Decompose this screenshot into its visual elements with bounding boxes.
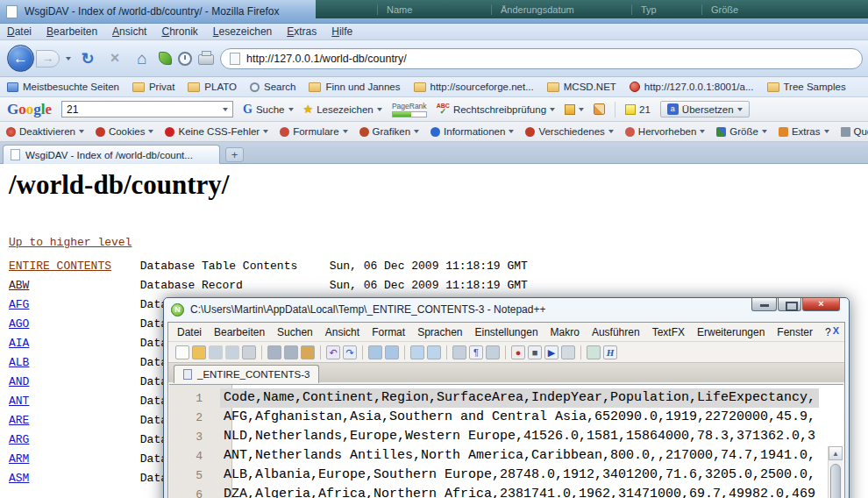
search-options-dropdown-icon[interactable]	[288, 108, 294, 111]
notepad-menu-item[interactable]: ?	[825, 326, 831, 338]
webdev-menu-button[interactable]: Verschiedenes	[525, 126, 613, 137]
undo-icon[interactable]: ↶	[326, 345, 340, 359]
translate-button[interactable]: a Übersetzen	[660, 101, 750, 117]
entry-link[interactable]: AFG	[9, 295, 133, 315]
bookmark-item[interactable]: Privat	[132, 82, 174, 92]
notepad-menu-item[interactable]: Format	[372, 326, 405, 338]
entry-link[interactable]: ANT	[9, 392, 133, 411]
separator[interactable]	[446, 345, 447, 359]
webdev-menu-button[interactable]: Größe	[716, 126, 767, 137]
print-icon[interactable]	[242, 345, 256, 359]
bookmarks-dropdown-icon[interactable]	[377, 108, 382, 111]
stop-record-icon[interactable]: ■	[528, 345, 542, 359]
indent-guide-icon[interactable]	[486, 345, 500, 359]
webdev-dropdown-icon[interactable]	[824, 130, 829, 133]
entry-link[interactable]: ENTIRE CONTENTS	[9, 257, 133, 276]
entry-link[interactable]: ASM	[9, 469, 133, 488]
notepad-menu-item[interactable]: Sprachen	[417, 326, 462, 338]
google-search-input[interactable]: 21	[61, 101, 233, 117]
webdev-dropdown-icon[interactable]	[79, 130, 84, 133]
webdev-menu-button[interactable]: Quelltext	[841, 126, 868, 137]
menu-item[interactable]: Ansicht	[112, 25, 146, 38]
new-tab-button[interactable]: +	[225, 147, 244, 162]
separator[interactable]	[362, 345, 363, 359]
notepad-menu-item[interactable]: Fenster	[777, 326, 813, 338]
notepad-menu-item[interactable]: Ansicht	[325, 326, 359, 338]
webdev-dropdown-icon[interactable]	[263, 130, 268, 133]
entry-link[interactable]: ARG	[9, 430, 133, 450]
separator[interactable]	[580, 345, 581, 359]
webdev-dropdown-icon[interactable]	[608, 130, 614, 133]
entry-link[interactable]: ALB	[9, 353, 133, 373]
webdev-dropdown-icon[interactable]	[414, 130, 419, 133]
entry-link[interactable]: ARM	[9, 450, 133, 469]
bookmark-item[interactable]: http://127.0.0.1:8001/a...	[630, 82, 754, 92]
scroll-up-icon[interactable]: ▲	[829, 446, 843, 460]
html-tag-icon[interactable]: H	[603, 345, 617, 359]
notepad-document-tab[interactable]: _ENTIRE_CONTENTS-3	[174, 365, 319, 383]
editor-vscrollbar[interactable]: ▲	[828, 446, 843, 498]
bookmark-item[interactable]: Tree Samples	[767, 82, 846, 92]
stop-button[interactable]: ×	[104, 49, 125, 68]
menu-item[interactable]: Datei	[7, 25, 32, 38]
maximize-button[interactable]	[778, 298, 801, 311]
scroll-thumb[interactable]	[830, 464, 841, 498]
webdev-menu-button[interactable]: Formulare	[280, 126, 347, 137]
translate-dropdown-icon[interactable]	[737, 108, 743, 111]
notepad-menu-item[interactable]: Einstellungen	[475, 326, 538, 338]
autofill-dropdown-icon[interactable]	[579, 108, 584, 111]
back-button[interactable]: ←	[7, 45, 34, 72]
menu-item[interactable]: Extras	[287, 25, 317, 38]
spellcheck-button[interactable]: ABC✓ Rechtschreibprüfung	[437, 103, 555, 116]
webdev-menu-button[interactable]: Deaktivieren	[6, 126, 84, 137]
pagerank-meter[interactable]: PageRank	[392, 102, 427, 117]
url-bar[interactable]: http://127.0.0.1/world-db/country/	[220, 48, 863, 69]
webdev-menu-button[interactable]: Informationen	[430, 126, 514, 137]
function-completion-icon[interactable]	[587, 345, 601, 359]
home-button[interactable]: ⌂	[132, 49, 153, 68]
menu-item[interactable]: Lesezeichen	[213, 25, 272, 38]
minimize-button[interactable]	[751, 298, 777, 311]
menu-item[interactable]: Bearbeiten	[46, 25, 97, 38]
find-icon[interactable]	[368, 345, 382, 359]
webdev-dropdown-icon[interactable]	[762, 130, 767, 133]
notepad-menu-item[interactable]: TextFX	[652, 326, 685, 338]
highlight-term-button[interactable]: 21	[625, 104, 651, 115]
notepad-titlebar[interactable]: N C:\Users\Martin\AppData\Local\Temp\_EN…	[164, 298, 849, 321]
show-all-chars-icon[interactable]: ¶	[469, 345, 483, 359]
entry-link[interactable]: AND	[9, 373, 133, 392]
firefox-titlebar[interactable]: NameÄnderungsdatumTypGröße WsgiDAV - Ind…	[0, 0, 868, 24]
save-icon[interactable]	[209, 345, 223, 359]
save-all-icon[interactable]	[225, 345, 239, 359]
webdev-dropdown-icon[interactable]	[700, 130, 705, 133]
entry-link[interactable]: ARE	[9, 411, 133, 430]
google-bookmarks-button[interactable]: ★ Lesezeichen	[303, 103, 382, 116]
webdev-dropdown-icon[interactable]	[148, 130, 153, 133]
zoom-in-icon[interactable]	[410, 345, 424, 359]
notepad-menu-item[interactable]: Bearbeiten	[214, 326, 265, 338]
cut-icon[interactable]	[267, 345, 281, 359]
webdev-dropdown-icon[interactable]	[343, 130, 348, 133]
bookmark-item[interactable]: http://sourceforge.net...	[414, 82, 534, 92]
history-clock-icon[interactable]	[178, 52, 192, 66]
record-macro-icon[interactable]: ●	[511, 345, 525, 359]
bookmark-item[interactable]: Meistbesuchte Seiten	[7, 82, 119, 92]
webdev-menu-button[interactable]: Hervorheben	[625, 126, 705, 137]
bookmark-item[interactable]: MCSD.NET	[547, 82, 616, 92]
copy-icon[interactable]	[284, 345, 298, 359]
google-search-button[interactable]: G Suche	[243, 103, 294, 117]
history-dropdown-icon[interactable]	[66, 57, 71, 60]
menu-item[interactable]: Hilfe	[331, 25, 352, 38]
bookmark-item[interactable]: PLATO	[188, 82, 237, 92]
doc-close-icon[interactable]: X	[833, 325, 839, 336]
notepad-menu-item[interactable]: Ausführen	[592, 326, 640, 338]
print-button[interactable]	[198, 54, 214, 65]
webdev-dropdown-icon[interactable]	[509, 130, 514, 133]
separator[interactable]	[320, 345, 321, 359]
separator[interactable]	[404, 345, 405, 359]
entry-link[interactable]: AIA	[9, 334, 133, 353]
replace-icon[interactable]	[385, 345, 399, 359]
forward-button[interactable]: →	[36, 50, 60, 68]
webdev-menu-button[interactable]: Extras	[779, 126, 829, 137]
close-button[interactable]: ×	[802, 298, 840, 311]
